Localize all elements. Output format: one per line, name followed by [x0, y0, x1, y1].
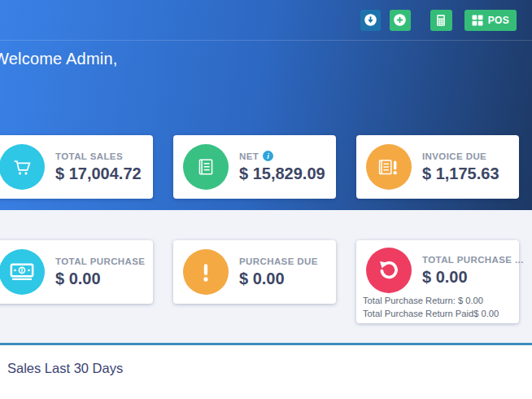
top-navbar: POS: [0, 0, 532, 41]
total-purchase-return-card: TOTAL PURCHASE ... $ 0.00 Total Purchase…: [356, 240, 519, 323]
stat-label: TOTAL PURCHASE: [55, 256, 145, 266]
stat-value: $ 17,004.72: [55, 164, 142, 183]
calculator-icon: [434, 13, 448, 28]
total-sales-card: TOTAL SALES $ 17,004.72: [0, 135, 153, 199]
net-card: NET i $ 15,829.09: [173, 135, 336, 199]
undo-icon: [366, 248, 412, 293]
document-icon: [183, 144, 229, 190]
stat-value: $ 1,175.63: [422, 164, 499, 183]
info-icon[interactable]: i: [263, 151, 273, 161]
purchase-return-line: Total Purchase Return: $ 0.00: [363, 295, 514, 308]
stat-value: $ 0.00: [422, 268, 519, 287]
invoice-alert-icon: [366, 144, 412, 190]
purchase-due-card: PURCHASE DUE $ 0.00: [173, 240, 336, 304]
exclamation-icon: [183, 249, 229, 295]
add-button[interactable]: [390, 10, 411, 31]
cart-icon: [0, 144, 45, 190]
pos-button[interactable]: POS: [464, 10, 517, 31]
sales-last-30-days-panel: Sales Last 30 Days: [0, 343, 532, 399]
stat-label: TOTAL SALES: [55, 151, 142, 161]
stat-label: NET i: [239, 151, 325, 161]
stat-value: $ 0.00: [55, 270, 145, 288]
plus-circle-icon: [392, 12, 408, 28]
invoice-due-card: INVOICE DUE $ 1,175.63: [356, 135, 519, 199]
download-button[interactable]: [360, 10, 381, 31]
calculator-button[interactable]: [430, 10, 452, 31]
panel-title: Sales Last 30 Days: [0, 345, 532, 376]
welcome-heading: Welcome Admin,: [0, 50, 118, 68]
stat-label: TOTAL PURCHASE ...: [422, 255, 519, 265]
purchase-return-paid-line: Total Purchase Return Paid$ 0.00: [363, 308, 514, 321]
stat-label: INVOICE DUE: [422, 151, 499, 161]
circle-arrow-down-icon: [363, 12, 378, 28]
stat-value: $ 15,829.09: [239, 164, 325, 183]
pos-button-label: POS: [488, 15, 509, 26]
grid-icon: [472, 15, 483, 26]
money-icon: [0, 249, 45, 295]
total-purchase-card: TOTAL PURCHASE $ 0.00: [0, 240, 153, 304]
stat-label: PURCHASE DUE: [239, 256, 318, 266]
purchase-return-details: Total Purchase Return: $ 0.00 Total Purc…: [356, 292, 519, 320]
stat-value: $ 0.00: [239, 270, 318, 288]
